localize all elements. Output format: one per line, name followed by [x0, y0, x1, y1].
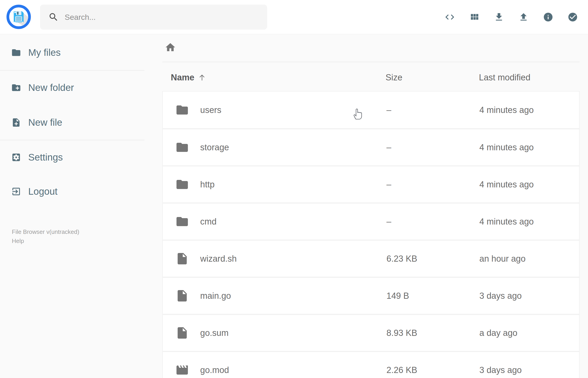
create-folder-icon [11, 83, 21, 93]
file-size: – [387, 143, 391, 152]
breadcrumb[interactable] [165, 42, 176, 53]
file-name: cmd [200, 217, 216, 227]
sidebar: My files New folder New file Settings Lo… [0, 34, 144, 378]
sidebar-item-new-folder[interactable]: New folder [0, 81, 144, 94]
version-link[interactable]: File Browser v(untracked) [12, 227, 79, 236]
file-size: – [387, 105, 391, 115]
file-size: – [387, 217, 391, 227]
column-header-name[interactable]: Name [171, 73, 206, 82]
file-modified: 4 minutes ago [479, 143, 534, 152]
arrow-up-icon [198, 73, 206, 82]
help-link[interactable]: Help [12, 236, 79, 245]
sidebar-footer: File Browser v(untracked) Help [12, 227, 79, 245]
folder-icon [175, 103, 189, 117]
breadcrumb-divider [162, 62, 580, 62]
folder-icon [175, 178, 189, 191]
file-name: go.sum [200, 328, 229, 338]
table-row[interactable]: http – 4 minutes ago [163, 165, 579, 202]
sidebar-item-label: Settings [28, 152, 63, 163]
floppy-disk-icon [14, 11, 24, 22]
check-circle-icon[interactable] [567, 12, 578, 22]
home-icon [165, 42, 176, 53]
file-size: 6.23 KB [387, 254, 417, 264]
file-name: main.go [200, 291, 231, 301]
column-header-last-modified[interactable]: Last modified [479, 73, 530, 82]
sidebar-item-logout[interactable]: Logout [0, 185, 144, 198]
sidebar-item-label: New folder [28, 82, 74, 93]
column-header-size[interactable]: Size [386, 73, 402, 82]
table-row[interactable]: cmd – 4 minutes ago [163, 202, 579, 240]
file-name: storage [200, 143, 229, 152]
sidebar-item-new-file[interactable]: New file [0, 116, 144, 129]
download-icon[interactable] [494, 12, 504, 22]
file-modified: a day ago [479, 328, 517, 338]
table-row[interactable]: users – 4 minutes ago [163, 92, 579, 128]
file-icon [175, 326, 189, 340]
file-modified: 4 minutes ago [479, 180, 534, 189]
table-row[interactable]: storage – 4 minutes ago [163, 128, 579, 165]
sidebar-item-label: My files [28, 47, 61, 58]
sidebar-item-my-files[interactable]: My files [0, 46, 144, 59]
upload-icon[interactable] [518, 12, 529, 22]
table-row[interactable]: go.mod 2.26 KB 3 days ago [163, 351, 579, 378]
file-icon [175, 289, 189, 303]
file-name: http [200, 180, 214, 189]
folder-icon [175, 215, 189, 228]
search-input[interactable] [65, 13, 251, 22]
sidebar-item-label: New file [28, 117, 62, 128]
file-name: users [200, 105, 221, 115]
sidebar-divider [0, 140, 144, 140]
search-icon [48, 12, 59, 22]
table-row[interactable]: main.go 149 B 3 days ago [163, 277, 579, 314]
file-name: wizard.sh [200, 254, 237, 264]
file-size: – [387, 180, 391, 189]
sidebar-divider [0, 70, 144, 71]
file-modified: 4 minutes ago [479, 217, 534, 227]
file-modified: 4 minutes ago [479, 105, 534, 115]
top-header [0, 0, 588, 34]
file-listing-area: Name Size Last modified users – 4 minute… [162, 34, 580, 378]
settings-icon [11, 152, 21, 162]
grid-view-icon[interactable] [469, 12, 480, 22]
sidebar-item-settings[interactable]: Settings [0, 150, 144, 164]
table-row[interactable]: wizard.sh 6.23 KB an hour ago [163, 240, 579, 277]
create-file-icon [11, 118, 21, 128]
code-icon[interactable] [444, 12, 455, 22]
sidebar-item-label: Logout [28, 186, 57, 197]
file-size: 8.93 KB [387, 328, 417, 338]
search-bar[interactable] [40, 5, 267, 30]
file-name: go.mod [200, 365, 229, 375]
file-modified: an hour ago [479, 254, 526, 264]
movie-icon [175, 363, 189, 377]
file-modified: 3 days ago [479, 365, 522, 375]
file-size: 2.26 KB [387, 365, 417, 375]
filebrowser-logo[interactable] [6, 5, 31, 29]
folder-icon [11, 48, 21, 58]
listing-header: Name Size Last modified [162, 71, 580, 83]
info-icon[interactable] [543, 12, 553, 22]
file-modified: 3 days ago [479, 291, 522, 301]
header-toolbar [444, 0, 578, 34]
folder-icon [175, 140, 189, 154]
file-icon [175, 252, 189, 266]
file-list: users – 4 minutes ago storage – 4 minute… [162, 91, 580, 378]
file-size: 149 B [387, 291, 409, 301]
logout-icon [11, 187, 21, 197]
table-row[interactable]: go.sum 8.93 KB a day ago [163, 314, 579, 351]
